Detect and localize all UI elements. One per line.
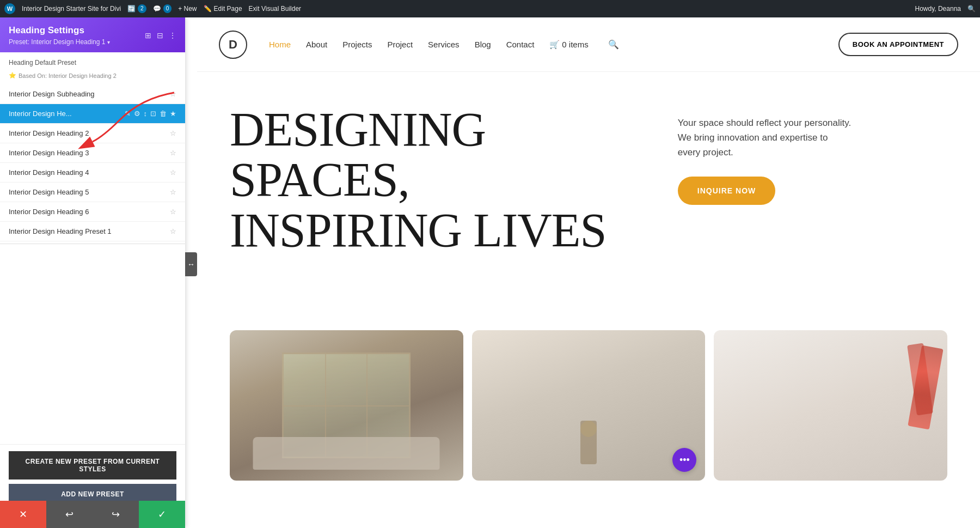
admin-exit-builder[interactable]: Exit Visual Builder: [249, 5, 302, 13]
preset-item-heading6[interactable]: Interior Design Heading 6 ☆: [0, 202, 185, 222]
hero-tagline: Your space should reflect your personali…: [678, 116, 947, 160]
preset-item-heading4[interactable]: Interior Design Heading 4 ☆: [0, 163, 185, 183]
site-logo[interactable]: D: [219, 31, 247, 59]
gallery-image-3: [714, 330, 947, 481]
gallery-row: •••: [197, 317, 980, 481]
nav-contact[interactable]: Contact: [506, 40, 535, 49]
panel-more-icon[interactable]: ⋮: [169, 31, 176, 40]
preset-based-on: ⭐ Based On: Interior Design Heading 2: [0, 70, 185, 84]
admin-comments[interactable]: 💬 0: [153, 4, 172, 13]
preset-star-6[interactable]: ☆: [170, 208, 176, 216]
admin-site-name[interactable]: Interior Design Starter Site for Divi: [22, 5, 121, 13]
book-appointment-button[interactable]: BOOK AN APPOINTMENT: [838, 33, 958, 56]
preset-star-preset1[interactable]: ☆: [170, 227, 176, 235]
gallery-image-2: •••: [472, 330, 706, 481]
undo-icon: ↩: [65, 508, 74, 520]
panel-minimize-icon[interactable]: ⊟: [157, 31, 163, 40]
panel-title: Heading Settings: [9, 25, 110, 36]
save-button[interactable]: ✓: [139, 501, 185, 528]
duplicate-preset-icon[interactable]: ⊡: [150, 110, 156, 118]
nav-blog[interactable]: Blog: [475, 40, 491, 49]
admin-new[interactable]: + New: [178, 5, 197, 13]
preset-item-preset1[interactable]: Interior Design Heading Preset 1 ☆: [0, 222, 185, 241]
preset-star-4[interactable]: ☆: [170, 168, 176, 177]
preset-item-heading5[interactable]: Interior Design Heading 5 ☆: [0, 183, 185, 202]
panel-header-icons: ⊞ ⊟ ⋮: [145, 31, 176, 40]
redo-button[interactable]: ↪: [93, 501, 139, 528]
panel-grid-icon[interactable]: ⊞: [145, 31, 151, 40]
admin-howdy: Howdy, Deanna: [915, 5, 961, 13]
preset-item-heading3[interactable]: Interior Design Heading 3 ☆: [0, 143, 185, 163]
panel-body: Heading Default Preset ⭐ Based On: Inter…: [0, 52, 185, 444]
settings-preset-icon[interactable]: ⚙: [134, 110, 140, 118]
preset-item-heading1[interactable]: Interior Design He... ✎ ⚙ ↕ ⊡ 🗑 ★: [0, 104, 185, 124]
delete-preset-icon[interactable]: 🗑: [160, 110, 167, 118]
preset-star-2[interactable]: ☆: [170, 129, 176, 137]
preset-star-subheading[interactable]: ☆: [170, 90, 176, 98]
panel-header: Heading Settings Preset: Interior Design…: [0, 17, 185, 52]
hero-text: DESIGNING SPACES, INSPIRING LIVES: [230, 105, 656, 256]
main-content: D Home About Projects Project Services B…: [197, 17, 980, 528]
sofa-decoration: [253, 437, 440, 470]
bottom-bar: ✕ ↩ ↪ ✓: [0, 501, 185, 528]
redo-icon: ↪: [112, 508, 120, 520]
nav-projects[interactable]: Projects: [342, 40, 372, 49]
hero-section: DESIGNING SPACES, INSPIRING LIVES Your s…: [197, 72, 980, 317]
close-icon: ✕: [19, 508, 27, 520]
preset-star-3[interactable]: ☆: [170, 149, 176, 157]
admin-bar: W Interior Design Starter Site for Divi …: [0, 0, 980, 17]
nav-cart[interactable]: 🛒 0 items: [549, 40, 588, 50]
preset-item-heading2[interactable]: Interior Design Heading 2 ☆: [0, 124, 185, 143]
heading-settings-panel: Heading Settings Preset: Interior Design…: [0, 17, 185, 528]
active-preset-icons: ✎ ⚙ ↕ ⊡ 🗑 ★: [125, 110, 177, 118]
nav-about[interactable]: About: [306, 40, 327, 49]
create-preset-button[interactable]: CREATE NEW PRESET FROM CURRENT STYLES: [9, 451, 176, 480]
star-preset-icon[interactable]: ★: [170, 110, 176, 118]
preset-item-subheading[interactable]: Interior Design Subheading ☆: [0, 84, 185, 104]
nav-services[interactable]: Services: [428, 40, 460, 49]
section-label: Heading Default Preset: [0, 52, 185, 70]
nav-project[interactable]: Project: [387, 40, 413, 49]
preset-dropdown-arrow: ▾: [107, 39, 110, 45]
panel-resize-handle[interactable]: ↔: [185, 252, 197, 276]
nav-home[interactable]: Home: [269, 40, 291, 49]
admin-edit-page[interactable]: ✏️ Edit Page: [204, 5, 242, 13]
wp-logo[interactable]: W: [4, 3, 15, 14]
inquire-button[interactable]: INQUIRE NOW: [678, 177, 775, 205]
admin-search-icon[interactable]: 🔍: [967, 5, 976, 13]
nav-search-icon[interactable]: 🔍: [608, 39, 619, 50]
panel-divider: [0, 244, 185, 244]
nav-links: Home About Projects Project Services Blo…: [269, 39, 821, 50]
panel-preset-dropdown[interactable]: Preset: Interior Design Heading 1 ▾: [9, 38, 110, 46]
admin-updates[interactable]: 🔄 2: [127, 4, 146, 13]
move-preset-icon[interactable]: ↕: [144, 110, 148, 118]
undo-button[interactable]: ↩: [46, 501, 93, 528]
hero-right: Your space should reflect your personali…: [656, 105, 947, 205]
gallery-image-1: [230, 330, 463, 481]
hero-heading: DESIGNING SPACES, INSPIRING LIVES: [230, 105, 634, 256]
close-button[interactable]: ✕: [0, 501, 46, 528]
site-nav: D Home About Projects Project Services B…: [197, 17, 980, 72]
gallery-more-button[interactable]: •••: [672, 448, 696, 472]
preset-star-5[interactable]: ☆: [170, 188, 176, 196]
resize-icon: ↔: [187, 260, 195, 269]
edit-preset-icon[interactable]: ✎: [125, 110, 131, 118]
save-icon: ✓: [158, 508, 166, 520]
cart-icon: 🛒: [549, 40, 560, 50]
